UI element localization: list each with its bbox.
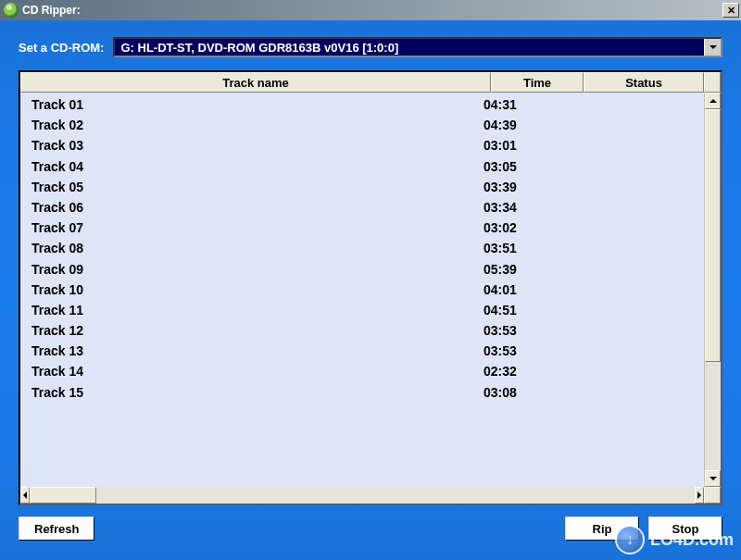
- close-icon: ✕: [727, 5, 735, 17]
- track-name-cell: Track 15: [28, 384, 484, 401]
- watermark-text: LO4D.com: [650, 530, 734, 550]
- scroll-thumb[interactable]: [705, 109, 721, 362]
- cdrom-selected-value: G: HL-DT-ST, DVD-ROM GDR8163B v0V16 [1:0…: [115, 39, 704, 56]
- cdrom-select[interactable]: G: HL-DT-ST, DVD-ROM GDR8163B v0V16 [1:0…: [113, 37, 722, 57]
- table-row[interactable]: Track 0703:02: [20, 218, 704, 238]
- chevron-left-icon: [21, 492, 29, 499]
- track-time-cell: 05:39: [484, 261, 576, 278]
- track-time-cell: 03:51: [484, 240, 576, 256]
- table-row[interactable]: Track 1303:53: [20, 341, 704, 361]
- watermark: ↓ LO4D.com: [615, 525, 734, 554]
- hscroll-track[interactable]: [30, 487, 695, 504]
- track-time-cell: 03:02: [484, 219, 576, 236]
- track-time-cell: 03:39: [484, 179, 576, 195]
- scroll-right-button[interactable]: [695, 487, 704, 504]
- table-row[interactable]: Track 1203:53: [20, 320, 704, 341]
- column-trackname[interactable]: Track name: [20, 72, 491, 93]
- track-time-cell: 03:05: [484, 158, 576, 175]
- track-time-cell: 04:31: [484, 96, 576, 113]
- svg-marker-0: [710, 45, 717, 49]
- track-status-cell: [576, 240, 697, 256]
- track-status-cell: [576, 96, 697, 113]
- track-name-cell: Track 01: [28, 96, 484, 113]
- column-status[interactable]: Status: [584, 72, 704, 93]
- track-time-cell: 03:08: [484, 384, 576, 401]
- window: CD Ripper: ✕ Set a CD-ROM: G: HL-DT-ST, …: [0, 0, 741, 560]
- cdrom-label: Set a CD-ROM:: [19, 41, 104, 55]
- track-status-cell: [576, 137, 697, 154]
- list-body[interactable]: Track 0104:31Track 0204:39Track 0303:01T…: [20, 93, 704, 487]
- table-row[interactable]: Track 0303:01: [20, 135, 704, 156]
- table-row[interactable]: Track 0403:05: [20, 156, 704, 177]
- scroll-up-button[interactable]: [705, 93, 721, 109]
- table-row[interactable]: Track 1004:01: [20, 280, 704, 300]
- titlebar[interactable]: CD Ripper: ✕: [0, 0, 741, 20]
- size-grip: [704, 487, 721, 504]
- track-list: Track name Time Status Track 0104:31Trac…: [19, 70, 722, 505]
- hscroll-thumb[interactable]: [30, 487, 96, 504]
- track-time-cell: 04:01: [484, 281, 576, 298]
- track-time-cell: 02:32: [484, 363, 576, 380]
- table-row[interactable]: Track 0905:39: [20, 259, 704, 280]
- track-name-cell: Track 13: [28, 342, 484, 359]
- column-time[interactable]: Time: [491, 72, 584, 93]
- track-name-cell: Track 09: [28, 261, 484, 278]
- track-name-cell: Track 11: [28, 302, 484, 318]
- client-area: Set a CD-ROM: G: HL-DT-ST, DVD-ROM GDR81…: [0, 20, 741, 560]
- track-time-cell: 04:39: [484, 117, 576, 133]
- scroll-left-button[interactable]: [20, 487, 30, 504]
- track-status-cell: [576, 281, 697, 298]
- track-status-cell: [576, 261, 697, 278]
- svg-marker-2: [710, 477, 717, 480]
- track-status-cell: [576, 117, 697, 133]
- track-status-cell: [576, 363, 697, 380]
- header-scroll-spacer: [704, 72, 721, 93]
- table-row[interactable]: Track 0204:39: [20, 115, 704, 135]
- track-status-cell: [576, 322, 697, 339]
- track-time-cell: 03:53: [484, 342, 576, 359]
- vertical-scrollbar[interactable]: [704, 93, 721, 487]
- track-time-cell: 03:53: [484, 322, 576, 339]
- svg-marker-1: [710, 99, 717, 103]
- chevron-down-icon: [710, 475, 717, 482]
- svg-marker-3: [23, 492, 27, 499]
- track-status-cell: [576, 199, 697, 216]
- cdrom-dropdown-button[interactable]: [704, 39, 721, 56]
- table-row[interactable]: Track 1402:32: [20, 361, 704, 381]
- track-status-cell: [576, 342, 697, 359]
- track-name-cell: Track 14: [28, 363, 484, 380]
- track-name-cell: Track 06: [28, 199, 484, 216]
- chevron-right-icon: [696, 492, 703, 499]
- table-row[interactable]: Track 0803:51: [20, 238, 704, 258]
- track-time-cell: 03:01: [484, 137, 576, 154]
- app-icon: [4, 3, 19, 18]
- track-time-cell: 03:34: [484, 199, 576, 216]
- horizontal-scrollbar[interactable]: [20, 487, 721, 504]
- track-name-cell: Track 10: [28, 281, 484, 298]
- close-button[interactable]: ✕: [722, 3, 739, 18]
- track-name-cell: Track 03: [28, 137, 484, 154]
- track-name-cell: Track 02: [28, 117, 484, 133]
- track-name-cell: Track 07: [28, 219, 484, 236]
- table-row[interactable]: Track 0104:31: [20, 94, 704, 115]
- track-name-cell: Track 04: [28, 158, 484, 175]
- scroll-track[interactable]: [705, 109, 721, 470]
- table-row[interactable]: Track 1104:51: [20, 300, 704, 320]
- list-body-wrap: Track 0104:31Track 0204:39Track 0303:01T…: [20, 93, 721, 487]
- track-name-cell: Track 05: [28, 179, 484, 195]
- track-status-cell: [576, 302, 697, 318]
- chevron-down-icon: [710, 44, 717, 51]
- cdrom-row: Set a CD-ROM: G: HL-DT-ST, DVD-ROM GDR81…: [19, 37, 722, 57]
- window-title: CD Ripper:: [22, 4, 722, 17]
- table-row[interactable]: Track 1503:08: [20, 382, 704, 403]
- track-name-cell: Track 08: [28, 240, 484, 256]
- refresh-button[interactable]: Refresh: [19, 516, 94, 541]
- table-row[interactable]: Track 0603:34: [20, 197, 704, 218]
- track-name-cell: Track 12: [28, 322, 484, 339]
- scroll-down-button[interactable]: [705, 470, 721, 487]
- chevron-up-icon: [710, 97, 717, 105]
- table-row[interactable]: Track 0503:39: [20, 177, 704, 197]
- svg-marker-4: [697, 492, 701, 499]
- track-status-cell: [576, 158, 697, 175]
- download-icon: ↓: [615, 525, 645, 554]
